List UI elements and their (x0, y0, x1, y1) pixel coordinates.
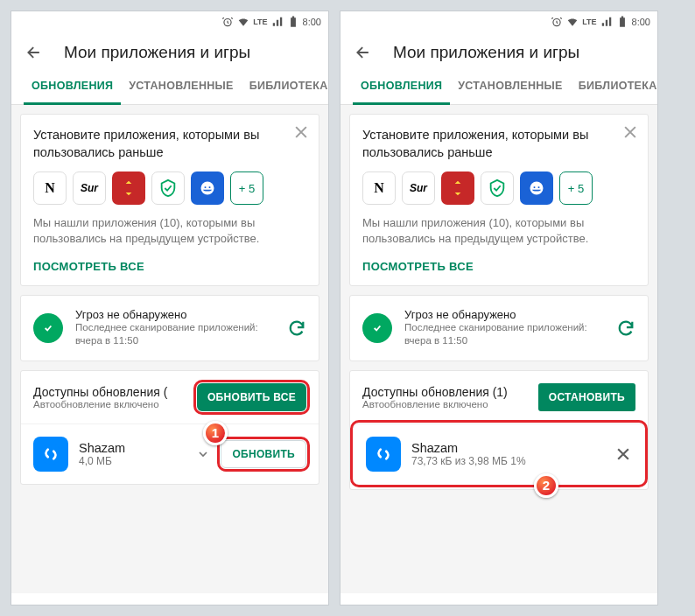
updates-title: Доступны обновления ( (33, 385, 188, 399)
update-all-button[interactable]: ОБНОВИТЬ ВСЕ (197, 383, 306, 411)
svg-point-2 (40, 444, 61, 465)
tabs: ОБНОВЛЕНИЯ УСТАНОВЛЕННЫЕ БИБЛИОТЕКА (340, 69, 657, 105)
view-all-link[interactable]: ПОСМОТРЕТЬ ВСЕ (33, 260, 306, 273)
app-icon-notion[interactable]: N (33, 172, 67, 205)
cancel-download-icon[interactable] (614, 445, 632, 463)
shazam-icon (33, 437, 68, 472)
suggestions-title: Установите приложения, которыми вы польз… (33, 127, 306, 161)
updates-subtitle: Автообновление включено (362, 399, 530, 410)
refresh-icon[interactable] (287, 318, 306, 338)
refresh-icon[interactable] (616, 318, 635, 338)
app-icon-5[interactable] (520, 172, 553, 205)
suggested-apps-row: N Sur + 5 (33, 172, 306, 205)
alarm-icon (551, 16, 563, 28)
view-all-link[interactable]: ПОСМОТРЕТЬ ВСЕ (362, 260, 635, 273)
network-label: LTE (253, 18, 267, 26)
page-title: Мои приложения и игры (393, 43, 579, 62)
pending-app-row[interactable]: Shazam 4,0 МБ ОБНОВИТЬ (21, 424, 319, 484)
content: Установите приложения, которыми вы польз… (11, 105, 328, 593)
status-bar: LTE 8:00 (11, 11, 328, 32)
close-icon[interactable] (292, 123, 310, 141)
protect-title: Угроз не обнаружено (404, 308, 604, 321)
alarm-icon (221, 16, 234, 28)
shield-icon (362, 313, 392, 343)
updates-header: Доступны обновления (1) Автообновление в… (350, 371, 648, 424)
app-bar: Мои приложения и игры (340, 32, 657, 69)
suggestions-card: Установите приложения, которыми вы польз… (20, 114, 319, 286)
app-icon-3[interactable] (441, 172, 474, 205)
clock-time: 8:00 (632, 17, 650, 27)
protect-title: Угроз не обнаружено (75, 308, 275, 321)
tab-library[interactable]: БИБЛИОТЕКА (242, 69, 329, 104)
svg-point-5 (373, 444, 394, 465)
close-icon[interactable] (621, 123, 639, 141)
wifi-icon (566, 16, 579, 28)
clock-time: 8:00 (303, 17, 321, 27)
updates-header: Доступны обновления ( Автообновление вкл… (21, 371, 319, 424)
updates-title: Доступны обновления (1) (362, 385, 530, 399)
battery-icon (616, 16, 628, 28)
tab-library[interactable]: БИБЛИОТЕКА (571, 69, 658, 104)
protect-card: Угроз не обнаружено Последнее сканирован… (349, 295, 649, 361)
protect-text: Угроз не обнаружено Последнее сканирован… (404, 308, 604, 348)
tab-installed[interactable]: УСТАНОВЛЕННЫЕ (450, 69, 570, 104)
phone-left: LTE 8:00 Мои приложения и игры ОБНОВЛЕНИ… (11, 10, 329, 606)
updates-subtitle: Автообновление включено (33, 399, 188, 410)
suggested-apps-row: N Sur + 5 (362, 172, 635, 205)
signal-icon (271, 16, 284, 28)
app-name: Shazam (79, 441, 186, 455)
updates-card: Доступны обновления ( Автообновление вкл… (20, 370, 319, 485)
page-title: Мои приложения и игры (64, 43, 250, 62)
app-icon-2[interactable]: Sur (402, 172, 435, 205)
network-label: LTE (582, 18, 596, 26)
signal-icon (600, 16, 613, 28)
protect-text: Угроз не обнаружено Последнее сканирован… (75, 308, 275, 348)
tabs: ОБНОВЛЕНИЯ УСТАНОВЛЕННЫЕ БИБЛИОТЕКА (11, 69, 328, 105)
protect-subtitle: Последнее сканирование приложений: вчера… (404, 321, 604, 348)
suggestions-card: Установите приложения, которыми вы польз… (349, 114, 649, 286)
app-icon-2[interactable]: Sur (73, 172, 106, 205)
phone-right: LTE 8:00 Мои приложения и игры ОБНОВЛЕНИ… (340, 10, 658, 606)
app-icon-3[interactable] (112, 172, 145, 205)
status-bar: LTE 8:00 (340, 11, 657, 32)
back-icon[interactable] (355, 44, 372, 61)
downloading-app-row[interactable]: Shazam 73,73 кБ из 3,98 МБ 1% (354, 424, 644, 484)
more-apps-button[interactable]: + 5 (230, 172, 263, 205)
battery-icon (287, 16, 299, 28)
svg-point-4 (530, 182, 544, 195)
suggestions-title: Установите приложения, которыми вы польз… (362, 127, 635, 161)
app-bar: Мои приложения и игры (11, 32, 328, 69)
update-button[interactable]: ОБНОВИТЬ (221, 440, 306, 468)
app-size: 4,0 МБ (79, 455, 186, 467)
protect-card: Угроз не обнаружено Последнее сканирован… (20, 295, 319, 361)
app-icon-notion[interactable]: N (362, 172, 396, 205)
content: Установите приложения, которыми вы польз… (340, 105, 657, 593)
more-apps-button[interactable]: + 5 (559, 172, 593, 205)
callout-1: 1 (203, 421, 228, 445)
tab-updates[interactable]: ОБНОВЛЕНИЯ (353, 69, 450, 105)
shield-icon (33, 313, 63, 343)
app-name: Shazam (411, 441, 604, 455)
chevron-down-icon[interactable] (196, 447, 210, 461)
suggestions-subtitle: Мы нашли приложения (10), которыми вы по… (362, 215, 635, 247)
download-progress: 73,73 кБ из 3,98 МБ 1% (411, 455, 604, 467)
app-icon-5[interactable] (191, 172, 224, 205)
app-icon-4[interactable] (151, 172, 185, 205)
svg-point-1 (201, 182, 214, 195)
suggestions-subtitle: Мы нашли приложения (10), которыми вы по… (33, 215, 306, 247)
stop-button[interactable]: ОСТАНОВИТЬ (538, 383, 635, 411)
updates-card: Доступны обновления (1) Автообновление в… (349, 370, 649, 490)
protect-subtitle: Последнее сканирование приложений: вчера… (75, 321, 275, 348)
app-icon-4[interactable] (481, 172, 514, 205)
callout-2: 2 (534, 473, 558, 498)
back-icon[interactable] (25, 44, 43, 61)
wifi-icon (237, 16, 249, 28)
shazam-icon (366, 437, 401, 472)
tab-updates[interactable]: ОБНОВЛЕНИЯ (24, 69, 121, 105)
tab-installed[interactable]: УСТАНОВЛЕННЫЕ (121, 69, 241, 104)
